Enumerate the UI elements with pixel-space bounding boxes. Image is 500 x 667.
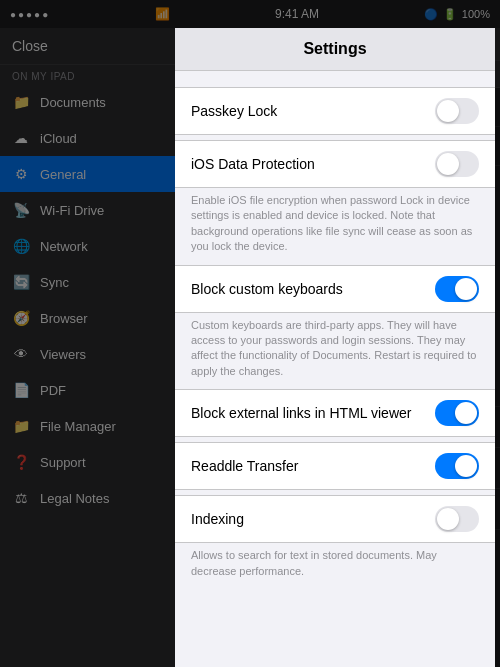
block-external-links-group: Block external links in HTML viewer [175,389,495,437]
indexing-toggle[interactable] [435,506,479,532]
settings-panel: Settings Passkey Lock iOS Data Protectio… [175,28,495,667]
toggle-knob-3 [455,278,477,300]
ios-data-protection-group: iOS Data Protection Enable iOS file encr… [175,140,495,259]
toggle-knob-5 [455,455,477,477]
ios-data-protection-row[interactable]: iOS Data Protection [175,140,495,188]
passkey-lock-group: Passkey Lock [175,87,495,135]
settings-header: Settings [175,28,495,71]
readdle-transfer-row[interactable]: Readdle Transfer [175,442,495,490]
indexing-row[interactable]: Indexing [175,495,495,543]
passkey-lock-toggle[interactable] [435,98,479,124]
readdle-transfer-label: Readdle Transfer [191,458,298,474]
passkey-lock-label: Passkey Lock [191,103,277,119]
block-external-links-toggle[interactable] [435,400,479,426]
block-external-links-label: Block external links in HTML viewer [191,405,411,421]
toggle-knob-4 [455,402,477,424]
block-external-links-row[interactable]: Block external links in HTML viewer [175,389,495,437]
toggle-knob [437,100,459,122]
toggle-knob-6 [437,508,459,530]
block-keyboards-label: Block custom keyboards [191,281,343,297]
ios-data-protection-description: Enable iOS file encryption when password… [175,187,495,259]
block-keyboards-row[interactable]: Block custom keyboards [175,265,495,313]
indexing-label: Indexing [191,511,244,527]
settings-content[interactable]: Passkey Lock iOS Data Protection Enable … [175,71,495,667]
readdle-transfer-group: Readdle Transfer [175,442,495,490]
indexing-group: Indexing Allows to search for text in st… [175,495,495,583]
ios-data-protection-label: iOS Data Protection [191,156,315,172]
settings-title: Settings [303,40,366,57]
block-keyboards-group: Block custom keyboards Custom keyboards … [175,265,495,384]
block-keyboards-description: Custom keyboards are third-party apps. T… [175,312,495,384]
toggle-knob-2 [437,153,459,175]
ios-data-protection-toggle[interactable] [435,151,479,177]
block-keyboards-toggle[interactable] [435,276,479,302]
passkey-lock-row[interactable]: Passkey Lock [175,87,495,135]
readdle-transfer-toggle[interactable] [435,453,479,479]
indexing-description: Allows to search for text in stored docu… [175,542,495,583]
